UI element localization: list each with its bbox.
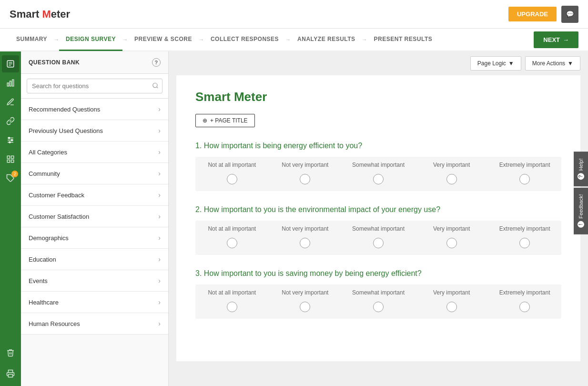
icon-bar-delete[interactable] [2, 344, 19, 361]
chat-icon-button[interactable]: 💬 [561, 6, 578, 23]
q1-radio-3[interactable] [373, 174, 384, 184]
q3-option-2 [269, 302, 342, 312]
icon-bar-grid[interactable] [2, 151, 19, 168]
question-bank-header: QUESTION BANK ? [21, 51, 168, 74]
nav-arrow-5: → [362, 37, 367, 42]
category-previously-used[interactable]: Previously Used Questions › [21, 120, 168, 142]
question-3-labels: Not at all important Not very important … [195, 289, 561, 296]
icon-bar-tag[interactable]: 2 [2, 170, 19, 187]
icon-bar-tag-wrap: 2 [2, 170, 19, 187]
icon-bar-link[interactable] [2, 112, 19, 130]
q1-radio-2[interactable] [300, 174, 310, 184]
q2-radio-3[interactable] [373, 238, 384, 248]
chevron-icon: › [158, 298, 161, 306]
q3-radio-4[interactable] [446, 302, 457, 312]
svg-point-10 [9, 137, 10, 139]
category-customer-satisfaction[interactable]: Customer Satisfaction › [21, 206, 168, 227]
svg-rect-18 [9, 375, 13, 377]
more-actions-button[interactable]: More Actions ▼ [525, 56, 580, 71]
nav-preview[interactable]: PREVIEW & SCORE [128, 28, 199, 51]
question-3-number: 3. [195, 269, 202, 277]
q2-radio-2[interactable] [300, 238, 310, 248]
question-1-body: How important is being energy efficient … [204, 142, 362, 150]
icon-bar-pen[interactable] [2, 93, 19, 111]
category-community[interactable]: Community › [21, 163, 168, 184]
nav-collect[interactable]: COLLECT RESPONSES [204, 28, 285, 51]
q3-label-5: Extremely important [488, 289, 561, 296]
svg-rect-4 [7, 83, 9, 86]
svg-point-12 [9, 142, 10, 143]
category-all[interactable]: All Categories › [21, 142, 168, 163]
q1-radio-5[interactable] [519, 174, 530, 184]
category-education[interactable]: Education › [21, 249, 168, 270]
nav-design[interactable]: DESIGN SURVEY [59, 28, 122, 51]
top-bar: Smart Meter UPGRADE 💬 [0, 0, 588, 29]
nav-analyze[interactable]: ANALYZE RESULTS [291, 28, 362, 51]
nav-arrow-1: → [54, 37, 59, 42]
q3-radio-1[interactable] [227, 302, 237, 312]
question-bank-list: Recommended Questions › Previously Used … [21, 99, 168, 386]
q2-label-3: Somewhat important [342, 225, 415, 232]
question-3: 3. How important to you is saving money … [195, 269, 561, 319]
question-bank-title: QUESTION BANK [29, 59, 80, 66]
nav-arrow-3: → [199, 37, 204, 42]
search-input[interactable] [27, 79, 162, 93]
icon-bar-sliders[interactable] [2, 132, 19, 149]
chevron-icon: › [158, 234, 161, 242]
side-buttons: ? Help! ! Feedback! [574, 152, 588, 234]
q2-radio-4[interactable] [446, 238, 457, 248]
q3-radio-5[interactable] [519, 302, 530, 312]
chevron-icon: › [158, 213, 161, 220]
nav-present[interactable]: PRESENT RESULTS [367, 28, 439, 51]
q2-label-5: Extremely important [488, 225, 561, 232]
category-events[interactable]: Events › [21, 270, 168, 292]
question-2-scale: Not at all important Not very important … [195, 221, 561, 255]
feedback-button[interactable]: ! Feedback! [574, 187, 588, 234]
q1-label-4: Very important [415, 162, 488, 168]
icon-bar-survey[interactable] [2, 55, 19, 72]
q1-radio-4[interactable] [446, 174, 457, 184]
svg-rect-14 [11, 156, 14, 158]
icon-bar: 2 [0, 51, 21, 386]
svg-rect-13 [7, 156, 10, 158]
category-recommended[interactable]: Recommended Questions › [21, 99, 168, 120]
nav-summary[interactable]: SUMMARY [10, 28, 54, 51]
category-human-resources[interactable]: Human Resources › [21, 313, 168, 335]
q2-option-5 [488, 238, 561, 248]
nav-arrow-2: → [122, 37, 128, 42]
category-all-label: All Categories [29, 149, 67, 156]
question-3-scale: Not at all important Not very important … [195, 284, 561, 319]
question-bank-help-icon[interactable]: ? [152, 58, 161, 67]
help-button[interactable]: ? Help! [574, 152, 588, 186]
chevron-icon: › [158, 105, 161, 113]
chevron-icon: › [158, 277, 161, 284]
q1-option-2 [269, 174, 342, 184]
q1-option-4 [415, 174, 488, 184]
app-logo: Smart Meter [10, 8, 70, 20]
page-logic-button[interactable]: Page Logic ▼ [470, 56, 521, 71]
next-button[interactable]: NEXT → [534, 31, 578, 48]
question-2-options [195, 236, 561, 250]
category-healthcare[interactable]: Healthcare › [21, 292, 168, 313]
q2-radio-1[interactable] [227, 238, 237, 248]
category-education-label: Education [29, 256, 56, 263]
q1-label-2: Not very important [269, 162, 342, 168]
question-2: 2. How important to you is the environme… [195, 205, 561, 255]
upgrade-button[interactable]: UPGRADE [508, 7, 557, 21]
page-title-button[interactable]: ⊕ + PAGE TITLE [195, 114, 255, 127]
q2-option-1 [195, 238, 269, 248]
q3-radio-2[interactable] [300, 302, 310, 312]
nav-present-label: PRESENT RESULTS [374, 36, 433, 42]
q1-option-5 [488, 174, 561, 184]
svg-line-20 [157, 87, 158, 88]
icon-bar-print[interactable] [2, 365, 19, 382]
chevron-icon: › [158, 170, 161, 177]
q1-radio-1[interactable] [227, 174, 237, 184]
page-title-label: + PAGE TITLE [210, 117, 248, 124]
q2-radio-5[interactable] [519, 238, 530, 248]
category-customer-feedback[interactable]: Customer Feedback › [21, 184, 168, 206]
icon-bar-chart[interactable] [2, 74, 19, 91]
q3-radio-3[interactable] [373, 302, 384, 312]
next-arrow-icon: → [563, 36, 569, 43]
category-demographics[interactable]: Demographics › [21, 227, 168, 249]
